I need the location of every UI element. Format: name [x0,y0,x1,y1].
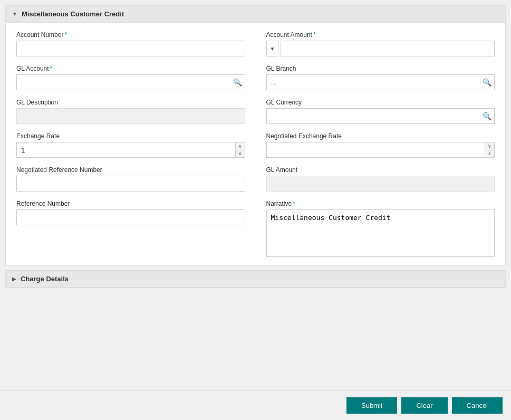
negotiated-ref-number-input[interactable] [16,176,245,192]
exchange-rate-down-icon: ∨ [238,144,242,149]
gl-currency-input[interactable] [266,108,495,124]
narrative-label: Narrative* [266,200,495,207]
negotiated-exchange-rate-spinner: ∨ ∧ [266,142,495,158]
account-amount-required: * [313,31,316,39]
gl-currency-field: GL Currency 🔍 [266,99,495,124]
misc-credit-form: Account Number* Account Amount* ▼ [16,31,495,257]
gl-description-field: GL Description [16,99,245,124]
collapse-triangle-icon: ▼ [12,11,17,17]
gl-branch-label: GL Branch [266,65,495,72]
gl-account-search-wrap: 🔍 [16,74,245,90]
negotiated-exchange-rate-spinner-btns: ∨ ∧ [485,142,494,157]
account-amount-dropdown[interactable]: ▼ [266,41,279,56]
negotiated-exchange-rate-up-button[interactable]: ∧ [485,150,494,158]
account-amount-wrap: ▼ [266,41,495,56]
gl-description-label: GL Description [16,99,245,106]
narrative-field: Narrative* Miscellaneous Customer Credit [266,200,495,257]
negotiated-exchange-rate-field: Negotiated Exchange Rate ∨ ∧ [266,132,495,158]
gl-branch-search-wrap: 🔍 [266,74,495,90]
reference-number-label: Reference Number [16,200,245,207]
misc-credit-body: Account Number* Account Amount* ▼ [6,23,505,265]
gl-amount-label: GL Amount [266,166,495,174]
gl-branch-search-button[interactable]: 🔍 [483,78,491,87]
account-number-required: * [64,31,67,39]
exchange-rate-up-button[interactable]: ∧ [236,150,245,158]
exchange-rate-label: Exchange Rate [16,132,245,140]
charge-details-triangle-icon: ▶ [12,276,16,282]
gl-amount-field: GL Amount [266,166,495,192]
account-number-field: Account Number* [16,31,245,56]
charge-details-header[interactable]: ▶ Charge Details [6,271,505,288]
narrative-textarea[interactable]: Miscellaneous Customer Credit [266,209,495,257]
gl-account-input[interactable] [16,74,245,90]
gl-account-label: GL Account* [16,65,245,72]
negotiated-exchange-rate-down-button[interactable]: ∨ [485,142,494,150]
amount-caret-icon: ▼ [270,46,275,52]
misc-credit-title: Miscellaneous Customer Credit [22,10,124,18]
footer: Submit Clear Cancel [0,390,511,420]
gl-account-search-icon: 🔍 [233,78,242,87]
gl-currency-search-wrap: 🔍 [266,108,495,124]
gl-currency-label: GL Currency [266,99,495,106]
reference-number-field: Reference Number [16,200,245,257]
narrative-required: * [293,200,295,207]
negotiated-exchange-rate-input[interactable] [267,142,485,157]
exchange-rate-spinner-btns: ∨ ∧ [235,142,245,157]
charge-details-panel: ▶ Charge Details [5,270,506,288]
misc-credit-panel: ▼ Miscellaneous Customer Credit Account … [5,5,506,266]
negotiated-exchange-rate-down-icon: ∨ [488,144,491,149]
gl-currency-search-button[interactable]: 🔍 [483,112,491,120]
account-amount-label: Account Amount* [266,31,495,39]
negotiated-ref-number-label: Negotiated Reference Number [16,166,245,174]
gl-account-required: * [50,65,53,72]
negotiated-exchange-rate-label: Negotiated Exchange Rate [266,132,495,140]
gl-description-display [16,108,245,124]
exchange-rate-input[interactable] [17,142,235,157]
gl-account-field: GL Account* 🔍 [16,65,245,90]
account-amount-input[interactable] [281,41,495,56]
submit-button[interactable]: Submit [346,397,397,414]
account-number-input[interactable] [16,41,245,56]
negotiated-exchange-rate-up-icon: ∧ [488,151,491,156]
exchange-rate-up-icon: ∧ [238,151,242,156]
account-amount-field: Account Amount* ▼ [266,31,495,56]
gl-branch-search-icon: 🔍 [483,78,491,87]
gl-account-search-button[interactable]: 🔍 [233,78,242,87]
reference-number-input[interactable] [16,209,245,225]
exchange-rate-field: Exchange Rate ∨ ∧ [16,132,245,158]
clear-button[interactable]: Clear [401,397,447,414]
misc-credit-header[interactable]: ▼ Miscellaneous Customer Credit [6,6,505,23]
gl-branch-field: GL Branch 🔍 [266,65,495,90]
exchange-rate-down-button[interactable]: ∨ [236,142,245,150]
charge-details-title: Charge Details [21,275,69,283]
gl-branch-input[interactable] [266,74,495,90]
gl-currency-search-icon: 🔍 [483,112,491,120]
exchange-rate-spinner: ∨ ∧ [16,142,245,158]
gl-amount-display [266,176,495,192]
negotiated-ref-number-field: Negotiated Reference Number [16,166,245,192]
account-number-label: Account Number* [16,31,245,39]
cancel-button[interactable]: Cancel [452,397,503,414]
